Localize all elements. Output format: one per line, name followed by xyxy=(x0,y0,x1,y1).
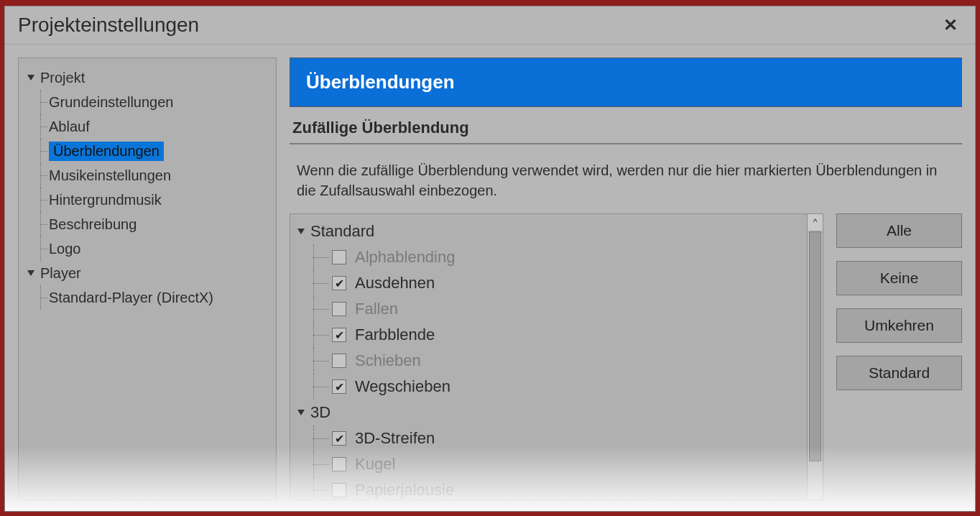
sidebar-tree: Projekt Grundeinstellungen Ablauf Überbl… xyxy=(18,57,277,500)
scroll-up-icon[interactable]: ^ xyxy=(808,214,823,230)
sidebar-group-label: Player xyxy=(40,265,81,282)
transition-item-kugel[interactable]: Kugel xyxy=(297,451,820,477)
close-icon[interactable]: ✕ xyxy=(939,15,962,35)
transition-group-label: Standard xyxy=(310,222,374,241)
sidebar-item-beschreibung[interactable]: Beschreibung xyxy=(24,212,270,236)
panel-header: Überblendungen xyxy=(290,57,962,107)
caret-down-icon xyxy=(27,75,34,80)
caret-down-icon xyxy=(27,270,34,276)
transition-item-label: Ausdehnen xyxy=(355,274,435,292)
sidebar-item-label: Musikeinstellungen xyxy=(49,167,171,184)
sidebar-group-projekt[interactable]: Projekt xyxy=(24,65,270,90)
transition-group-3d[interactable]: 3D xyxy=(297,400,820,425)
checkbox-icon[interactable] xyxy=(332,457,346,471)
sidebar-item-label: Ablauf xyxy=(49,119,90,135)
transition-item-label: Papierjalousie xyxy=(355,481,454,499)
checkbox-checked-icon[interactable]: ✔ xyxy=(332,328,346,342)
settings-window: Projekteinstellungen ✕ Projekt Grundeins… xyxy=(4,6,976,512)
transition-item-label: Wegschieben xyxy=(355,377,450,396)
transition-item-label: Alphablending xyxy=(355,248,455,267)
transition-list: Standard Alphablending ✔Ausdehnen Fallen… xyxy=(290,213,823,500)
sidebar-item-hintergrundmusik[interactable]: Hintergrundmusik xyxy=(24,188,270,212)
sidebar-group-player[interactable]: Player xyxy=(24,261,270,285)
transition-item-papierjalousie[interactable]: Papierjalousie xyxy=(297,477,820,500)
transition-item-label: Farbblende xyxy=(355,326,435,344)
transition-group-standard[interactable]: Standard xyxy=(297,218,820,244)
sidebar-item-label: Hintergrundmusik xyxy=(49,192,162,208)
section-description: Wenn die zufällige Überblendung verwende… xyxy=(290,155,962,203)
default-selection-button[interactable]: Standard xyxy=(836,356,962,390)
scroll-thumb[interactable] xyxy=(809,231,821,461)
sidebar-item-label: Beschreibung xyxy=(49,216,137,233)
sidebar-item-label: Logo xyxy=(49,241,81,257)
sidebar-item-label: Grundeinstellungen xyxy=(49,94,173,111)
transition-item-ausdehnen[interactable]: ✔Ausdehnen xyxy=(297,270,820,296)
sidebar-item-musikeinstellungen[interactable]: Musikeinstellungen xyxy=(24,163,270,188)
sidebar-item-standard-player[interactable]: Standard-Player (DirectX) xyxy=(24,285,270,310)
sidebar-item-ablauf[interactable]: Ablauf xyxy=(24,114,270,139)
transition-item-3d-streifen[interactable]: ✔3D-Streifen xyxy=(297,425,820,451)
transition-group-label: 3D xyxy=(310,403,330,422)
transition-item-wegschieben[interactable]: ✔Wegschieben xyxy=(297,374,820,400)
checkbox-icon[interactable] xyxy=(332,250,346,264)
checkbox-icon[interactable] xyxy=(332,302,346,316)
transition-item-farbblende[interactable]: ✔Farbblende xyxy=(297,322,820,348)
transition-item-label: Schieben xyxy=(355,351,421,370)
caret-down-icon xyxy=(297,229,305,234)
sidebar-item-logo[interactable]: Logo xyxy=(24,236,270,261)
checkbox-checked-icon[interactable]: ✔ xyxy=(332,276,346,290)
checkbox-checked-icon[interactable]: ✔ xyxy=(332,379,346,394)
main-panel: Überblendungen Zufällige Überblendung We… xyxy=(290,57,968,500)
scrollbar[interactable]: ^ xyxy=(807,214,823,499)
sidebar-item-label: Überblendungen xyxy=(49,142,164,161)
transition-item-label: Kugel xyxy=(355,455,395,474)
titlebar: Projekteinstellungen ✕ xyxy=(5,6,975,45)
transition-item-alphablending[interactable]: Alphablending xyxy=(297,244,820,270)
transition-item-label: Fallen xyxy=(355,300,398,318)
sidebar-item-ueberblendungen[interactable]: Überblendungen xyxy=(24,139,270,163)
section-title: Zufällige Überblendung xyxy=(290,117,962,144)
select-none-button[interactable]: Keine xyxy=(836,261,962,295)
sidebar-group-label: Projekt xyxy=(40,70,85,86)
caret-down-icon xyxy=(297,410,305,415)
sidebar-item-label: Standard-Player (DirectX) xyxy=(49,290,213,306)
window-title: Projekteinstellungen xyxy=(18,14,199,37)
select-all-button[interactable]: Alle xyxy=(836,213,962,248)
content-area: Projekt Grundeinstellungen Ablauf Überbl… xyxy=(5,45,975,507)
checkbox-icon[interactable] xyxy=(332,354,346,368)
transition-item-schieben[interactable]: Schieben xyxy=(297,348,820,374)
checkbox-checked-icon[interactable]: ✔ xyxy=(332,431,346,446)
sidebar-item-grundeinstellungen[interactable]: Grundeinstellungen xyxy=(24,90,270,114)
button-column: Alle Keine Umkehren Standard xyxy=(836,213,962,500)
invert-selection-button[interactable]: Umkehren xyxy=(836,308,962,343)
list-row: Standard Alphablending ✔Ausdehnen Fallen… xyxy=(290,213,962,500)
transition-item-fallen[interactable]: Fallen xyxy=(297,296,820,322)
checkbox-icon[interactable] xyxy=(332,483,346,497)
transition-item-label: 3D-Streifen xyxy=(355,429,435,448)
